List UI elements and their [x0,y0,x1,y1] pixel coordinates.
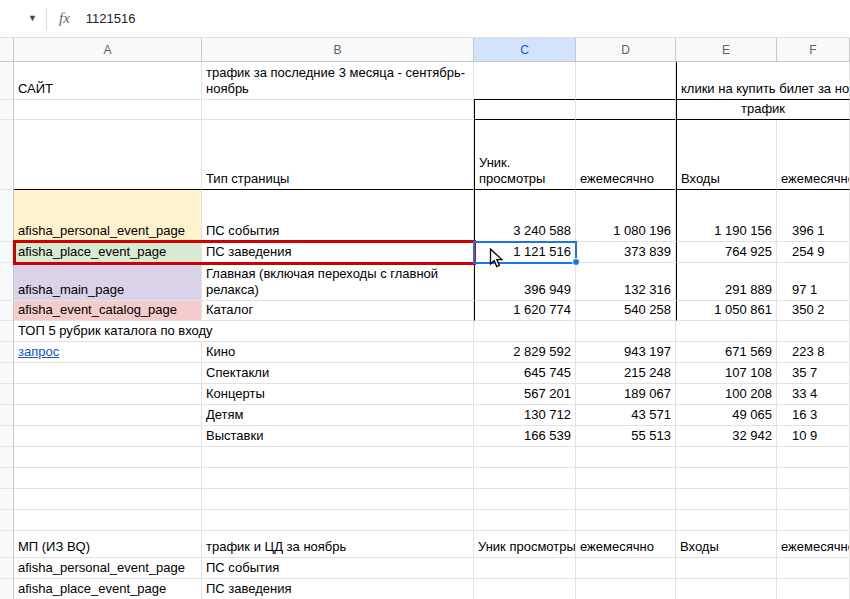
cell[interactable] [474,321,576,342]
cell[interactable] [576,510,676,531]
cell[interactable]: 540 258 [576,301,676,321]
cell[interactable] [474,510,576,531]
cell[interactable] [474,100,576,120]
cell[interactable] [14,510,202,531]
cell[interactable]: 645 745 [474,363,576,384]
cell[interactable]: 1 050 861 [676,301,777,321]
cell[interactable]: 567 201 [474,384,576,405]
cell[interactable] [676,321,777,342]
cell[interactable]: afisha_personal_event_page [14,558,202,579]
row-header[interactable] [0,468,14,489]
page-type-header[interactable]: Тип страницы [202,120,474,190]
row-header[interactable] [0,190,14,242]
cell[interactable]: запрос [14,342,202,363]
cell[interactable]: 100 208 [676,384,777,405]
column-header-c[interactable]: C [474,38,576,62]
cell[interactable] [777,468,850,489]
cell[interactable]: 396 949 [474,263,576,301]
cell[interactable]: 43 571 [576,405,676,426]
cell[interactable] [14,363,202,384]
row-header[interactable] [0,510,14,531]
zapros-link[interactable]: запрос [18,344,59,360]
cell[interactable]: 671 569 [676,342,777,363]
cell[interactable]: 97 1 [777,263,850,301]
cell[interactable]: ПС заведения [202,579,474,599]
cell-afisha-place-event-page[interactable]: afisha_place_event_page [14,242,202,263]
cell[interactable]: Детям [202,405,474,426]
cell[interactable] [576,468,676,489]
row-header[interactable] [0,263,14,301]
cell[interactable] [777,558,850,579]
row-header[interactable] [0,242,14,263]
cell[interactable] [576,100,676,120]
formula-input[interactable]: 1121516 [86,11,850,26]
fill-handle[interactable] [572,258,580,266]
row-header[interactable] [0,120,14,190]
corner-box[interactable] [0,38,14,62]
row-header[interactable] [0,384,14,405]
cell[interactable]: 1 620 774 [474,301,576,321]
cell[interactable]: 35 7 [777,363,850,384]
cell[interactable] [14,100,202,120]
cell[interactable] [474,468,576,489]
row-header[interactable] [0,301,14,321]
cell[interactable] [777,579,850,599]
cell[interactable] [474,447,576,468]
cell[interactable] [576,321,676,342]
cell[interactable] [576,579,676,599]
row-header[interactable] [0,579,14,599]
name-box[interactable]: ▼ [0,14,46,23]
cell[interactable] [777,510,850,531]
cell[interactable]: 10 9 [777,426,850,447]
site-label-cell[interactable]: САЙТ [14,62,202,100]
cell-afisha-main-page[interactable]: afisha_main_page [14,263,202,301]
chevron-down-icon[interactable]: ▼ [28,14,37,23]
cell[interactable]: ПС заведения [202,242,474,263]
cell[interactable] [202,510,474,531]
cell[interactable] [777,447,850,468]
cell[interactable]: 254 9 [777,242,850,263]
cell[interactable]: ПС события [202,558,474,579]
cell[interactable] [777,321,850,342]
cell[interactable] [576,489,676,510]
cell[interactable]: 132 316 [576,263,676,301]
cell[interactable]: 764 925 [676,242,777,263]
monthly-header[interactable]: ежемесячно [576,120,676,190]
row-header[interactable] [0,405,14,426]
column-header-a[interactable]: A [14,38,202,62]
cell[interactable] [14,447,202,468]
cell[interactable]: afisha_place_event_page [14,579,202,599]
cell[interactable]: Концерты [202,384,474,405]
cell[interactable]: трафик и ЦД за ноябрь [202,531,474,558]
cell[interactable] [202,100,474,120]
row-header[interactable] [0,363,14,384]
row-header[interactable] [0,531,14,558]
cell[interactable]: 1 080 196 [576,190,676,242]
cell[interactable] [474,558,576,579]
cell[interactable] [14,468,202,489]
top5-title-cell[interactable]: ТОП 5 рубрик каталога по входу [14,321,474,342]
row-header[interactable] [0,447,14,468]
cell[interactable]: 189 067 [576,384,676,405]
cell[interactable]: 943 197 [576,342,676,363]
cell[interactable] [202,489,474,510]
cell[interactable]: 3 240 588 [474,190,576,242]
cell[interactable]: 55 513 [576,426,676,447]
cell[interactable] [777,489,850,510]
row-header[interactable] [0,558,14,579]
row-header[interactable] [0,100,14,120]
cell[interactable]: Уник просмотры [474,531,576,558]
cell[interactable]: Кино [202,342,474,363]
cell[interactable]: 1 190 156 [676,190,777,242]
row-header[interactable] [0,489,14,510]
cell[interactable] [676,558,777,579]
cell[interactable]: 107 108 [676,363,777,384]
cell[interactable]: Каталог [202,301,474,321]
column-header-e[interactable]: E [676,38,777,62]
cell[interactable] [14,120,202,190]
cell[interactable]: Спектакли [202,363,474,384]
cell[interactable]: ежемесячно [576,531,676,558]
cell[interactable] [474,579,576,599]
cell[interactable]: 49 065 [676,405,777,426]
cell[interactable] [14,405,202,426]
